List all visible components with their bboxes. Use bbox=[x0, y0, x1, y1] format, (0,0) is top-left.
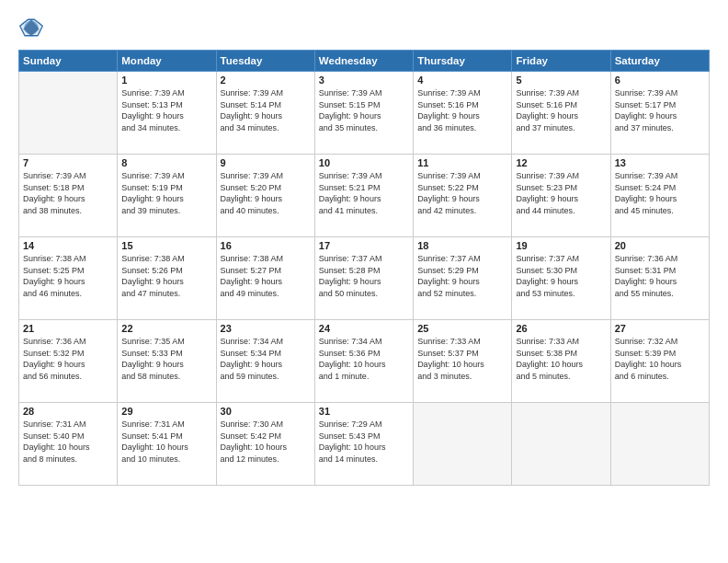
day-info: Sunrise: 7:37 AM Sunset: 5:29 PM Dayligh… bbox=[417, 253, 507, 299]
day-info: Sunrise: 7:39 AM Sunset: 5:24 PM Dayligh… bbox=[615, 170, 705, 216]
day-info: Sunrise: 7:37 AM Sunset: 5:28 PM Dayligh… bbox=[319, 253, 409, 299]
calendar-cell: 5Sunrise: 7:39 AM Sunset: 5:16 PM Daylig… bbox=[512, 72, 610, 155]
logo bbox=[18, 15, 48, 40]
calendar-cell: 8Sunrise: 7:39 AM Sunset: 5:19 PM Daylig… bbox=[118, 155, 216, 237]
weekday-header-thursday: Thursday bbox=[414, 51, 512, 72]
calendar-cell: 27Sunrise: 7:32 AM Sunset: 5:39 PM Dayli… bbox=[610, 320, 709, 403]
day-info: Sunrise: 7:39 AM Sunset: 5:16 PM Dayligh… bbox=[516, 87, 606, 133]
day-info: Sunrise: 7:39 AM Sunset: 5:15 PM Dayligh… bbox=[319, 87, 409, 133]
calendar-cell: 28Sunrise: 7:31 AM Sunset: 5:40 PM Dayli… bbox=[19, 403, 118, 486]
day-number: 11 bbox=[417, 157, 507, 168]
day-info: Sunrise: 7:34 AM Sunset: 5:34 PM Dayligh… bbox=[221, 336, 311, 382]
day-number: 29 bbox=[121, 406, 211, 417]
day-number: 15 bbox=[121, 240, 211, 251]
day-number: 23 bbox=[221, 323, 311, 334]
logo-icon bbox=[18, 15, 44, 40]
calendar-cell: 4Sunrise: 7:39 AM Sunset: 5:16 PM Daylig… bbox=[414, 72, 512, 155]
calendar-cell: 11Sunrise: 7:39 AM Sunset: 5:22 PM Dayli… bbox=[414, 155, 512, 237]
day-info: Sunrise: 7:39 AM Sunset: 5:22 PM Dayligh… bbox=[417, 170, 507, 216]
weekday-header-row: SundayMondayTuesdayWednesdayThursdayFrid… bbox=[19, 51, 710, 72]
day-number: 10 bbox=[319, 157, 409, 168]
day-info: Sunrise: 7:32 AM Sunset: 5:39 PM Dayligh… bbox=[615, 336, 705, 382]
day-number: 26 bbox=[516, 323, 606, 334]
calendar-cell: 6Sunrise: 7:39 AM Sunset: 5:17 PM Daylig… bbox=[610, 72, 709, 155]
day-number: 7 bbox=[23, 157, 113, 168]
day-info: Sunrise: 7:31 AM Sunset: 5:40 PM Dayligh… bbox=[23, 419, 113, 465]
calendar-cell: 7Sunrise: 7:39 AM Sunset: 5:18 PM Daylig… bbox=[19, 155, 118, 237]
day-info: Sunrise: 7:38 AM Sunset: 5:26 PM Dayligh… bbox=[121, 253, 211, 299]
day-number: 17 bbox=[319, 240, 409, 251]
day-info: Sunrise: 7:33 AM Sunset: 5:37 PM Dayligh… bbox=[417, 336, 507, 382]
day-info: Sunrise: 7:39 AM Sunset: 5:14 PM Dayligh… bbox=[221, 87, 311, 133]
calendar-cell: 31Sunrise: 7:29 AM Sunset: 5:43 PM Dayli… bbox=[314, 403, 413, 486]
weekday-header-sunday: Sunday bbox=[19, 51, 118, 72]
day-number: 3 bbox=[319, 75, 409, 86]
day-number: 19 bbox=[516, 240, 606, 251]
day-number: 1 bbox=[121, 75, 211, 86]
calendar-table: SundayMondayTuesdayWednesdayThursdayFrid… bbox=[18, 50, 710, 486]
day-number: 20 bbox=[615, 240, 705, 251]
day-number: 21 bbox=[23, 323, 113, 334]
calendar-cell bbox=[19, 72, 118, 155]
calendar-cell: 22Sunrise: 7:35 AM Sunset: 5:33 PM Dayli… bbox=[118, 320, 216, 403]
calendar-week-2: 7Sunrise: 7:39 AM Sunset: 5:18 PM Daylig… bbox=[19, 155, 710, 237]
day-number: 16 bbox=[221, 240, 311, 251]
day-info: Sunrise: 7:33 AM Sunset: 5:38 PM Dayligh… bbox=[516, 336, 606, 382]
day-number: 2 bbox=[221, 75, 311, 86]
day-info: Sunrise: 7:39 AM Sunset: 5:13 PM Dayligh… bbox=[121, 87, 211, 133]
day-info: Sunrise: 7:29 AM Sunset: 5:43 PM Dayligh… bbox=[319, 419, 409, 465]
day-info: Sunrise: 7:39 AM Sunset: 5:16 PM Dayligh… bbox=[417, 87, 507, 133]
day-number: 24 bbox=[319, 323, 409, 334]
calendar-cell: 13Sunrise: 7:39 AM Sunset: 5:24 PM Dayli… bbox=[610, 155, 709, 237]
calendar-cell: 18Sunrise: 7:37 AM Sunset: 5:29 PM Dayli… bbox=[414, 237, 512, 320]
calendar-cell: 29Sunrise: 7:31 AM Sunset: 5:41 PM Dayli… bbox=[118, 403, 216, 486]
day-number: 9 bbox=[221, 157, 311, 168]
weekday-header-monday: Monday bbox=[118, 51, 216, 72]
calendar-cell: 12Sunrise: 7:39 AM Sunset: 5:23 PM Dayli… bbox=[512, 155, 610, 237]
day-info: Sunrise: 7:39 AM Sunset: 5:17 PM Dayligh… bbox=[615, 87, 705, 133]
day-number: 22 bbox=[121, 323, 211, 334]
day-info: Sunrise: 7:38 AM Sunset: 5:27 PM Dayligh… bbox=[221, 253, 311, 299]
day-number: 5 bbox=[516, 75, 606, 86]
calendar-week-1: 1Sunrise: 7:39 AM Sunset: 5:13 PM Daylig… bbox=[19, 72, 710, 155]
header bbox=[18, 15, 710, 40]
weekday-header-saturday: Saturday bbox=[610, 51, 709, 72]
day-info: Sunrise: 7:38 AM Sunset: 5:25 PM Dayligh… bbox=[23, 253, 113, 299]
weekday-header-friday: Friday bbox=[512, 51, 610, 72]
day-number: 28 bbox=[23, 406, 113, 417]
calendar-cell bbox=[512, 403, 610, 486]
day-number: 31 bbox=[319, 406, 409, 417]
calendar-cell: 3Sunrise: 7:39 AM Sunset: 5:15 PM Daylig… bbox=[314, 72, 413, 155]
day-info: Sunrise: 7:31 AM Sunset: 5:41 PM Dayligh… bbox=[121, 419, 211, 465]
calendar-cell: 2Sunrise: 7:39 AM Sunset: 5:14 PM Daylig… bbox=[216, 72, 314, 155]
weekday-header-wednesday: Wednesday bbox=[314, 51, 413, 72]
calendar-cell: 19Sunrise: 7:37 AM Sunset: 5:30 PM Dayli… bbox=[512, 237, 610, 320]
calendar-cell: 23Sunrise: 7:34 AM Sunset: 5:34 PM Dayli… bbox=[216, 320, 314, 403]
day-info: Sunrise: 7:37 AM Sunset: 5:30 PM Dayligh… bbox=[516, 253, 606, 299]
day-number: 6 bbox=[615, 75, 705, 86]
weekday-header-tuesday: Tuesday bbox=[216, 51, 314, 72]
day-info: Sunrise: 7:39 AM Sunset: 5:20 PM Dayligh… bbox=[221, 170, 311, 216]
calendar-cell: 10Sunrise: 7:39 AM Sunset: 5:21 PM Dayli… bbox=[314, 155, 413, 237]
calendar-week-4: 21Sunrise: 7:36 AM Sunset: 5:32 PM Dayli… bbox=[19, 320, 710, 403]
day-number: 27 bbox=[615, 323, 705, 334]
day-number: 4 bbox=[417, 75, 507, 86]
calendar-cell: 25Sunrise: 7:33 AM Sunset: 5:37 PM Dayli… bbox=[414, 320, 512, 403]
day-info: Sunrise: 7:36 AM Sunset: 5:31 PM Dayligh… bbox=[615, 253, 705, 299]
day-info: Sunrise: 7:39 AM Sunset: 5:19 PM Dayligh… bbox=[121, 170, 211, 216]
calendar-cell: 26Sunrise: 7:33 AM Sunset: 5:38 PM Dayli… bbox=[512, 320, 610, 403]
day-number: 25 bbox=[417, 323, 507, 334]
day-number: 12 bbox=[516, 157, 606, 168]
calendar-cell: 16Sunrise: 7:38 AM Sunset: 5:27 PM Dayli… bbox=[216, 237, 314, 320]
day-number: 13 bbox=[615, 157, 705, 168]
calendar-cell bbox=[610, 403, 709, 486]
day-info: Sunrise: 7:39 AM Sunset: 5:18 PM Dayligh… bbox=[23, 170, 113, 216]
day-number: 30 bbox=[221, 406, 311, 417]
calendar-cell: 30Sunrise: 7:30 AM Sunset: 5:42 PM Dayli… bbox=[216, 403, 314, 486]
calendar-cell: 21Sunrise: 7:36 AM Sunset: 5:32 PM Dayli… bbox=[19, 320, 118, 403]
day-info: Sunrise: 7:30 AM Sunset: 5:42 PM Dayligh… bbox=[221, 419, 311, 465]
day-number: 14 bbox=[23, 240, 113, 251]
calendar-cell: 20Sunrise: 7:36 AM Sunset: 5:31 PM Dayli… bbox=[610, 237, 709, 320]
calendar-week-5: 28Sunrise: 7:31 AM Sunset: 5:40 PM Dayli… bbox=[19, 403, 710, 486]
day-number: 18 bbox=[417, 240, 507, 251]
